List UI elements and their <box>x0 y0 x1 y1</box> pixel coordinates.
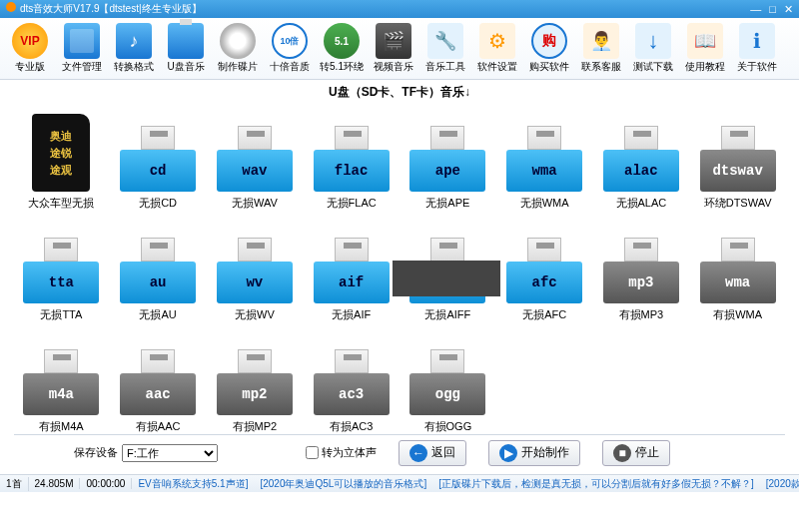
usb-icon: cd <box>119 120 197 192</box>
format-wv[interactable]: wv无损WV <box>208 217 303 322</box>
toolbar-makecd[interactable]: 制作碟片 <box>212 20 264 77</box>
usb-icon: ogg <box>408 343 486 415</box>
stereo-checkbox[interactable]: 转为立体声 <box>306 445 377 460</box>
toolbar-vip[interactable]: VIP专业版 <box>4 20 56 77</box>
video-icon <box>376 23 411 59</box>
usb-icon: flac <box>313 120 391 192</box>
usb-icon: au <box>119 232 197 303</box>
toolbar-video[interactable]: 视频音乐 <box>368 20 419 77</box>
toolbar-x10[interactable]: 10倍十倍音质 <box>264 20 316 77</box>
overlay-block <box>393 261 500 296</box>
status-count: 1首 <box>0 477 29 491</box>
surround-icon: 5.1 <box>324 23 360 59</box>
settings-icon <box>479 23 515 59</box>
format-tta[interactable]: tta无损TTA <box>14 217 109 322</box>
play-icon: ▶ <box>499 444 517 462</box>
usb-icon: m4a <box>22 343 100 415</box>
maximize-icon[interactable]: □ <box>769 3 776 16</box>
drive-select[interactable]: F:工作 <box>122 444 218 462</box>
format-mp3[interactable]: mp3有损MP3 <box>594 217 689 322</box>
titlebar: dts音效大师V17.9【dtstest|终生专业版】 — □ ✕ <box>0 0 799 18</box>
save-device-label: 保存设备 <box>74 445 118 460</box>
arrow-left-icon: ← <box>409 444 427 462</box>
stop-button[interactable]: ■停止 <box>602 440 670 466</box>
format-wma[interactable]: wma有损WMA <box>690 217 785 322</box>
format-wma[interactable]: wma无损WMA <box>497 105 592 211</box>
status-link[interactable]: [正版碟片下载后，检测是真无损，可以分割后就有好多假无损？不解？] <box>432 478 760 489</box>
format-m4a[interactable]: m4a有损M4A <box>14 328 109 434</box>
format-wav[interactable]: wav无损WAV <box>208 105 303 211</box>
status-bar: 1首 24.805M 00:00:00 EV音响系统支持5.1声道][2020年… <box>0 474 799 492</box>
usb-icon: afc <box>505 232 583 303</box>
status-link[interactable]: [2020年奥迪Q5L可以播放的音乐格式] <box>254 478 432 489</box>
format-dtswav[interactable]: dtswav环绕DTSWAV <box>690 105 785 211</box>
format-ac3[interactable]: ac3有损AC3 <box>304 328 399 434</box>
toolbar-surround[interactable]: 5.1转5.1环绕 <box>316 20 368 77</box>
format-au[interactable]: au无损AU <box>111 217 206 322</box>
about-icon <box>739 23 775 59</box>
toolbar-filemgr[interactable]: 文件管理 <box>56 20 108 77</box>
start-button[interactable]: ▶开始制作 <box>488 440 580 466</box>
toolbar-tools[interactable]: 音乐工具 <box>419 20 471 77</box>
format-flac[interactable]: flac无损FLAC <box>304 105 399 211</box>
format-mp2[interactable]: mp2有损MP2 <box>208 328 303 434</box>
status-link[interactable]: EV音响系统支持5.1声道] <box>132 478 254 489</box>
status-link[interactable]: [2020款奥迪A6旅行版支持 <box>760 478 799 489</box>
back-button[interactable]: ←返回 <box>399 440 466 466</box>
toolbar-tutorial[interactable]: 使用教程 <box>679 20 731 77</box>
sdcard-icon: 奥迪途锐途观 <box>32 114 90 192</box>
bottom-bar: 保存设备 F:工作 转为立体声 ←返回 ▶开始制作 ■停止 <box>14 434 785 470</box>
buy-icon <box>531 23 567 59</box>
usb-icon: aif <box>313 232 391 303</box>
makecd-icon <box>220 23 256 59</box>
usb-icon: ac3 <box>313 343 391 415</box>
sdcard-cell[interactable]: 奥迪途锐途观大众车型无损 <box>14 105 109 211</box>
filemgr-icon <box>64 23 100 59</box>
app-icon <box>6 2 16 12</box>
app-title: dts音效大师V17.9【dtstest|终生专业版】 <box>20 3 202 14</box>
format-aif[interactable]: aif无损AIF <box>304 217 399 322</box>
usb-icon: wv <box>216 232 294 303</box>
minimize-icon[interactable]: — <box>750 3 761 16</box>
tools-icon <box>427 23 463 59</box>
toolbar-usbmusic[interactable]: U盘音乐 <box>160 20 212 77</box>
usb-icon: wma <box>699 232 777 303</box>
toolbar-download[interactable]: 测试下载 <box>627 20 679 77</box>
vip-icon: VIP <box>12 23 48 59</box>
toolbar-support[interactable]: 联系客服 <box>575 20 627 77</box>
usb-icon: dtswav <box>699 120 777 192</box>
section-title: U盘（SD卡、TF卡）音乐↓ <box>14 82 785 105</box>
status-size: 24.805M <box>29 478 81 489</box>
close-icon[interactable]: ✕ <box>784 3 793 16</box>
toolbar-about[interactable]: 关于软件 <box>731 20 783 77</box>
usb-icon: ape <box>408 120 486 192</box>
toolbar: VIP专业版文件管理转换格式U盘音乐制作碟片10倍十倍音质5.1转5.1环绕视频… <box>0 18 799 80</box>
format-cd[interactable]: cd无损CD <box>111 105 206 211</box>
format-aac[interactable]: aac有损AAC <box>111 328 206 434</box>
status-time: 00:00:00 <box>80 478 132 489</box>
usb-icon: aac <box>119 343 197 415</box>
usbmusic-icon <box>168 23 204 59</box>
stop-icon: ■ <box>613 444 631 462</box>
usb-icon: alac <box>602 120 680 192</box>
usb-icon: mp3 <box>602 232 680 303</box>
toolbar-settings[interactable]: 软件设置 <box>471 20 523 77</box>
window-controls: — □ ✕ <box>750 3 793 16</box>
toolbar-buy[interactable]: 购买软件 <box>523 20 575 77</box>
format-afc[interactable]: afc无损AFC <box>497 217 592 322</box>
usb-icon: tta <box>22 232 100 303</box>
usb-icon: wav <box>216 120 294 192</box>
support-icon <box>583 23 619 59</box>
usb-icon: mp2 <box>216 343 294 415</box>
format-alac[interactable]: alac无损ALAC <box>594 105 689 211</box>
format-ape[interactable]: ape无损APE <box>400 105 495 211</box>
tutorial-icon <box>687 23 723 59</box>
usb-icon: wma <box>505 120 583 192</box>
format-ogg[interactable]: ogg有损OGG <box>400 328 495 434</box>
x10-icon: 10倍 <box>272 23 308 59</box>
download-icon <box>635 23 671 59</box>
toolbar-convert[interactable]: 转换格式 <box>108 20 160 77</box>
convert-icon <box>116 23 152 59</box>
